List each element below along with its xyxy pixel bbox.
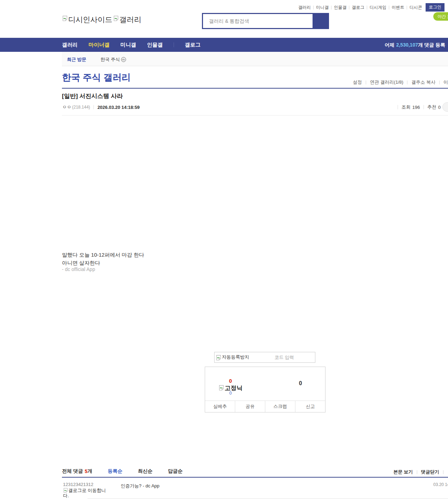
view-post-button[interactable]: 본문 보기 [393,469,413,475]
divider [389,6,389,9]
close-comments-button[interactable]: 댓글닫기 [421,469,439,475]
recent-visit-gallery[interactable]: 한국 주식 m [100,56,126,63]
gallery-toolbar: 설정 연관 갤러리(1/8) 갤주소 복사 이용 [353,79,448,85]
divider [439,81,440,84]
comments-total-count: 5 [85,468,88,474]
fixed-nick-upvote-count: 0 [216,391,245,396]
comment-date: 03.20 14 [433,482,448,487]
captcha-input[interactable] [253,355,315,360]
captcha-box: 자동등록방지 [214,352,315,363]
usage-guide-link[interactable]: 이용 [443,79,448,85]
topbar-link-dccon[interactable]: 디시콘 [410,5,422,11]
comment-content: 인증가능? - dc App [121,483,160,489]
comments-underline [62,477,448,478]
comment-gallog-alt: 갤로그로 이동합니다. [63,488,106,498]
recent-visit-gallery-name: 한국 주식 [100,56,120,63]
topbar-link-gallery[interactable]: 갤러리 [298,5,311,11]
post-title: [일반] 서진시스템 사라 [62,92,123,100]
share-button[interactable]: 공유 [235,401,265,412]
topbar-link-event[interactable]: 이벤트 [392,5,404,11]
divider [349,6,349,9]
comment-nick[interactable]: 123123421312 [63,482,93,487]
post-body-line2: 아니면 살자한다 [62,259,144,267]
downvote-count: 0 [286,380,315,387]
view-label: 조회 [401,104,411,110]
login-button[interactable]: 로그인 [426,3,444,12]
view-count: 196 [412,105,420,110]
site-logo[interactable]: 디시인사이드 갤러리 [62,15,142,25]
top-utility-bar: 갤러리 미니갤 인물갤 갤로그 디시게임 이벤트 디시콘 로그인 [0,0,448,11]
post-meta-right: 조회196 추천0 [394,104,448,110]
nav-item-gallery[interactable]: 갤러리 [62,42,78,48]
sort-tab-registered[interactable]: 등록순 [108,468,122,474]
divider [366,81,366,84]
nav-item-gallog[interactable]: 갤로그 [185,42,201,48]
stats-prefix: 어제 [385,42,394,48]
divider [174,42,174,47]
captcha-image-alt: 자동등록방지 [222,354,249,360]
divider [443,470,443,474]
vote-widget: 0 고정닉 0 0 실베추 공유 스크랩 신고 [205,367,326,412]
related-galleries-link[interactable]: 연관 갤러리(1/8) [370,79,403,85]
captcha-image: 자동등록방지 [216,354,253,361]
nav-item-minigal[interactable]: 미니갤 [120,42,136,48]
upvote-count: 0 [216,378,245,384]
comments-total: 전체 댓글 5개 [62,468,92,474]
divider [424,105,424,109]
copy-gallery-url-link[interactable]: 갤주소 복사 [411,79,435,85]
search-box [202,13,329,29]
scrap-button[interactable]: 스크랩 [265,401,295,412]
broken-image-icon [218,385,224,391]
recommend-label: 추천 [427,104,436,110]
divider [331,6,331,9]
comments-total-suffix: 개 [88,468,92,474]
topbar-link-persongal[interactable]: 인물갤 [334,5,346,11]
comment-gallog-link[interactable]: 갤로그로 이동합니다. [63,487,109,498]
comments-header: 전체 댓글 5개 등록순 최신순 답글순 [62,468,183,474]
divider [398,105,398,109]
gallery-settings-link[interactable]: 설정 [353,79,362,85]
comment-stats: 어제2,530,107개 댓글 등록 [385,38,445,52]
report-button[interactable]: 신고 [295,401,325,412]
topbar-link-dcgame[interactable]: 디시게임 [370,5,386,11]
recommend-count: 0 [438,105,441,110]
search-button[interactable] [313,14,328,28]
post-body: 말했다 오늘 10-12퍼에서 마감 한다 아니면 살자한다 [62,251,144,267]
divider [417,470,417,474]
minor-gallery-badge: m [121,57,126,62]
divider [407,81,407,84]
silbechu-button[interactable]: 실베추 [205,401,235,412]
divider [367,6,367,9]
nav-item-minorgal[interactable]: 마이너갤 [89,42,110,48]
post-writer[interactable]: ㅇㅇ [62,104,71,110]
post-signature: - dc official App [62,266,95,272]
broken-image-icon [62,15,68,21]
post-date: 2026.03.20 14:18:59 [97,105,140,110]
divider [313,6,314,9]
sort-tab-newest[interactable]: 최신순 [138,468,153,474]
recent-visit-bar: 최근 방문 한국 주식 m [62,52,448,66]
nav-item-persongal[interactable]: 인물갤 [147,42,163,48]
comments-header-right: 본문 보기 댓글닫기 [393,469,447,475]
comments-total-label: 전체 댓글 [62,468,83,474]
recent-visit-label: 최근 방문 [67,56,86,63]
broken-image-icon [113,15,119,21]
post-meta: ㅇㅇ (218.144) 2026.03.20 14:18:59 [62,104,140,110]
title-underline [62,88,448,89]
divider [88,498,448,499]
topbar-link-minigal[interactable]: 미니갤 [316,5,329,11]
broken-image-icon [216,355,222,361]
sort-tab-reply[interactable]: 답글순 [168,468,183,474]
logo-alt-dcinside: 디시인사이드 [68,15,112,25]
main-nav: 갤러리 마이너갤 미니갤 인물갤 갤로그 어제2,530,107개 댓글 등록 [0,38,448,52]
logo-alt-gallery: 갤러리 [119,15,141,25]
night-mode-button[interactable]: 야간 모드 [433,12,448,21]
post-body-line1: 말했다 오늘 10-12퍼에서 마감 한다 [62,251,144,259]
post-writer-ip: (218.144) [72,105,90,110]
post-action-bar: 실베추 공유 스크랩 신고 [205,401,325,412]
divider [93,105,94,109]
gallery-title[interactable]: 한국 주식 갤러리 [62,71,131,84]
search-input[interactable] [203,14,313,28]
topbar-link-gallog[interactable]: 갤로그 [352,5,364,11]
divider [407,6,407,9]
